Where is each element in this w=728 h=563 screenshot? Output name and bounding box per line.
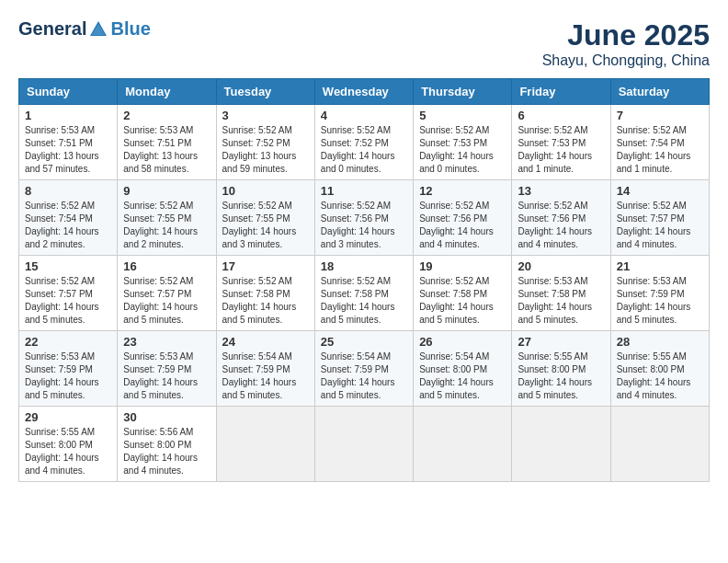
- day-cell-12: 12Sunrise: 5:52 AMSunset: 7:56 PMDayligh…: [414, 180, 512, 256]
- empty-cell: [216, 407, 314, 482]
- day-number: 5: [419, 109, 506, 122]
- day-info: Sunrise: 5:53 AMSunset: 7:51 PMDaylight:…: [25, 124, 111, 176]
- day-cell-25: 25Sunrise: 5:54 AMSunset: 7:59 PMDayligh…: [314, 331, 413, 407]
- title-section: June 2025 Shayu, Chongqing, China: [542, 18, 710, 69]
- day-info: Sunrise: 5:52 AMSunset: 7:56 PMDaylight:…: [321, 200, 407, 251]
- day-number: 18: [321, 259, 407, 273]
- column-header-thursday: Thursday: [414, 79, 512, 105]
- day-cell-28: 28Sunrise: 5:55 AMSunset: 8:00 PMDayligh…: [610, 331, 709, 407]
- day-info: Sunrise: 5:54 AMSunset: 7:59 PMDaylight:…: [222, 350, 309, 402]
- day-cell-2: 2Sunrise: 5:53 AMSunset: 7:51 PMDaylight…: [118, 105, 216, 180]
- day-info: Sunrise: 5:52 AMSunset: 7:53 PMDaylight:…: [518, 124, 604, 176]
- day-info: Sunrise: 5:55 AMSunset: 8:00 PMDaylight:…: [617, 350, 703, 402]
- day-number: 10: [222, 184, 309, 198]
- day-info: Sunrise: 5:53 AMSunset: 7:59 PMDaylight:…: [617, 275, 703, 327]
- day-info: Sunrise: 5:52 AMSunset: 7:56 PMDaylight:…: [419, 200, 506, 251]
- column-header-monday: Monday: [118, 79, 216, 105]
- day-cell-9: 9Sunrise: 5:52 AMSunset: 7:55 PMDaylight…: [118, 180, 216, 256]
- day-cell-17: 17Sunrise: 5:52 AMSunset: 7:58 PMDayligh…: [216, 256, 314, 331]
- day-number: 25: [321, 335, 407, 349]
- day-info: Sunrise: 5:52 AMSunset: 7:57 PMDaylight:…: [123, 275, 210, 327]
- day-info: Sunrise: 5:56 AMSunset: 8:00 PMDaylight:…: [123, 426, 210, 477]
- location-text: Shayu, Chongqing, China: [542, 52, 710, 69]
- day-number: 16: [123, 259, 210, 273]
- day-cell-24: 24Sunrise: 5:54 AMSunset: 7:59 PMDayligh…: [216, 331, 314, 407]
- day-cell-14: 14Sunrise: 5:52 AMSunset: 7:57 PMDayligh…: [610, 180, 709, 256]
- calendar-week-1: 1Sunrise: 5:53 AMSunset: 7:51 PMDaylight…: [19, 105, 710, 180]
- day-info: Sunrise: 5:53 AMSunset: 7:51 PMDaylight:…: [123, 124, 210, 176]
- day-number: 28: [617, 335, 703, 349]
- empty-cell: [512, 407, 610, 482]
- day-number: 24: [222, 335, 309, 349]
- logo-blue-text: Blue: [110, 18, 150, 40]
- day-info: Sunrise: 5:52 AMSunset: 7:55 PMDaylight:…: [222, 200, 309, 251]
- column-header-saturday: Saturday: [610, 79, 709, 105]
- day-cell-29: 29Sunrise: 5:55 AMSunset: 8:00 PMDayligh…: [19, 407, 118, 482]
- day-info: Sunrise: 5:55 AMSunset: 8:00 PMDaylight:…: [25, 426, 111, 477]
- empty-cell: [610, 407, 709, 482]
- day-info: Sunrise: 5:52 AMSunset: 7:58 PMDaylight:…: [419, 275, 506, 327]
- day-cell-30: 30Sunrise: 5:56 AMSunset: 8:00 PMDayligh…: [118, 407, 216, 482]
- column-header-friday: Friday: [512, 79, 610, 105]
- day-cell-15: 15Sunrise: 5:52 AMSunset: 7:57 PMDayligh…: [19, 256, 118, 331]
- day-cell-22: 22Sunrise: 5:53 AMSunset: 7:59 PMDayligh…: [19, 331, 118, 407]
- calendar-week-4: 22Sunrise: 5:53 AMSunset: 7:59 PMDayligh…: [19, 331, 710, 407]
- day-info: Sunrise: 5:52 AMSunset: 7:52 PMDaylight:…: [321, 124, 407, 176]
- day-number: 2: [123, 109, 210, 122]
- day-cell-4: 4Sunrise: 5:52 AMSunset: 7:52 PMDaylight…: [314, 105, 413, 180]
- day-cell-1: 1Sunrise: 5:53 AMSunset: 7:51 PMDaylight…: [19, 105, 118, 180]
- day-number: 17: [222, 259, 309, 273]
- day-number: 20: [518, 259, 604, 273]
- day-info: Sunrise: 5:52 AMSunset: 7:57 PMDaylight:…: [25, 275, 111, 327]
- calendar-week-5: 29Sunrise: 5:55 AMSunset: 8:00 PMDayligh…: [19, 407, 710, 482]
- day-cell-10: 10Sunrise: 5:52 AMSunset: 7:55 PMDayligh…: [216, 180, 314, 256]
- day-number: 1: [25, 109, 111, 122]
- day-info: Sunrise: 5:54 AMSunset: 7:59 PMDaylight:…: [321, 350, 407, 402]
- column-header-tuesday: Tuesday: [216, 79, 314, 105]
- day-cell-26: 26Sunrise: 5:54 AMSunset: 8:00 PMDayligh…: [414, 331, 512, 407]
- day-cell-27: 27Sunrise: 5:55 AMSunset: 8:00 PMDayligh…: [512, 331, 610, 407]
- day-number: 11: [321, 184, 407, 198]
- day-number: 26: [419, 335, 506, 349]
- day-number: 23: [123, 335, 210, 349]
- day-info: Sunrise: 5:52 AMSunset: 7:53 PMDaylight:…: [419, 124, 506, 176]
- day-cell-19: 19Sunrise: 5:52 AMSunset: 7:58 PMDayligh…: [414, 256, 512, 331]
- day-info: Sunrise: 5:52 AMSunset: 7:58 PMDaylight:…: [321, 275, 407, 327]
- day-number: 27: [518, 335, 604, 349]
- day-cell-3: 3Sunrise: 5:52 AMSunset: 7:52 PMDaylight…: [216, 105, 314, 180]
- column-header-wednesday: Wednesday: [314, 79, 413, 105]
- day-number: 21: [617, 259, 703, 273]
- day-cell-13: 13Sunrise: 5:52 AMSunset: 7:56 PMDayligh…: [512, 180, 610, 256]
- day-number: 7: [617, 109, 703, 122]
- page-header: General Blue June 2025 Shayu, Chongqing,…: [18, 18, 710, 69]
- day-info: Sunrise: 5:52 AMSunset: 7:58 PMDaylight:…: [222, 275, 309, 327]
- day-info: Sunrise: 5:52 AMSunset: 7:55 PMDaylight:…: [123, 200, 210, 251]
- calendar-header-row: SundayMondayTuesdayWednesdayThursdayFrid…: [19, 79, 710, 105]
- day-cell-6: 6Sunrise: 5:52 AMSunset: 7:53 PMDaylight…: [512, 105, 610, 180]
- day-cell-21: 21Sunrise: 5:53 AMSunset: 7:59 PMDayligh…: [610, 256, 709, 331]
- day-number: 8: [25, 184, 111, 198]
- day-cell-18: 18Sunrise: 5:52 AMSunset: 7:58 PMDayligh…: [314, 256, 413, 331]
- day-number: 12: [419, 184, 506, 198]
- day-number: 19: [419, 259, 506, 273]
- day-number: 30: [123, 410, 210, 424]
- day-number: 22: [25, 335, 111, 349]
- day-info: Sunrise: 5:52 AMSunset: 7:52 PMDaylight:…: [222, 124, 309, 176]
- day-number: 14: [617, 184, 703, 198]
- day-cell-20: 20Sunrise: 5:53 AMSunset: 7:58 PMDayligh…: [512, 256, 610, 331]
- day-info: Sunrise: 5:53 AMSunset: 7:58 PMDaylight:…: [518, 275, 604, 327]
- day-number: 9: [123, 184, 210, 198]
- empty-cell: [314, 407, 413, 482]
- day-number: 6: [518, 109, 604, 122]
- logo-icon: [88, 19, 108, 40]
- day-number: 15: [25, 259, 111, 273]
- day-info: Sunrise: 5:54 AMSunset: 8:00 PMDaylight:…: [419, 350, 506, 402]
- month-title: June 2025: [542, 18, 710, 52]
- calendar-week-2: 8Sunrise: 5:52 AMSunset: 7:54 PMDaylight…: [19, 180, 710, 256]
- day-number: 4: [321, 109, 407, 122]
- day-cell-16: 16Sunrise: 5:52 AMSunset: 7:57 PMDayligh…: [118, 256, 216, 331]
- day-info: Sunrise: 5:53 AMSunset: 7:59 PMDaylight:…: [25, 350, 111, 402]
- day-info: Sunrise: 5:53 AMSunset: 7:59 PMDaylight:…: [123, 350, 210, 402]
- day-info: Sunrise: 5:55 AMSunset: 8:00 PMDaylight:…: [518, 350, 604, 402]
- column-header-sunday: Sunday: [19, 79, 118, 105]
